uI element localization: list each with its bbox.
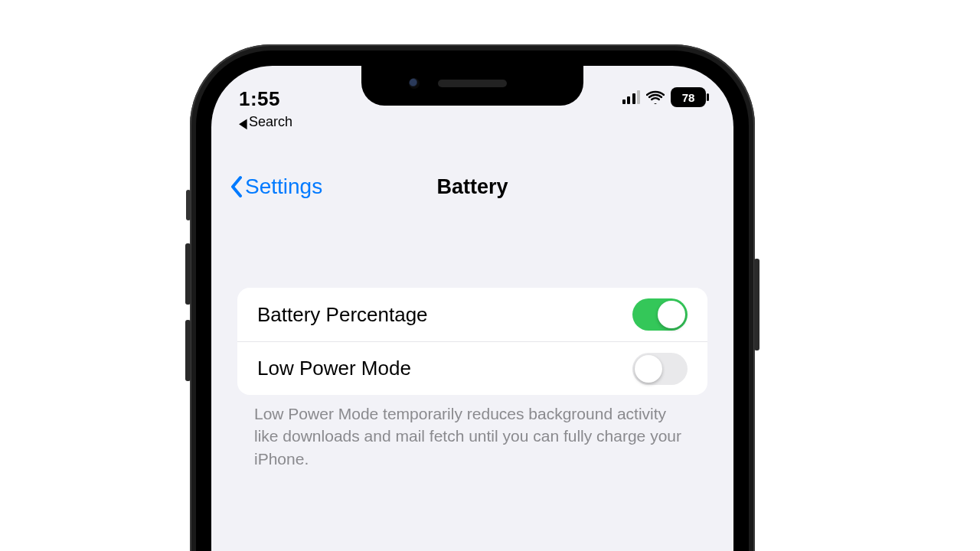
volume-up-button (185, 243, 191, 305)
back-to-app-button[interactable]: ◀ Search (239, 114, 361, 130)
row-low-power-mode: Low Power Mode (237, 341, 707, 395)
status-time: 1:55 (239, 87, 361, 111)
nav-back-button[interactable]: Settings (230, 174, 322, 199)
battery-percent-label: 78 (682, 91, 695, 104)
stage: 1:55 ◀ Search (0, 0, 980, 551)
toggle-knob (635, 355, 662, 383)
phone-bezel: 1:55 ◀ Search (196, 51, 749, 551)
status-bar: 1:55 ◀ Search (211, 66, 733, 126)
phone-frame: 1:55 ◀ Search (190, 44, 755, 551)
footer-description: Low Power Mode temporarily reduces backg… (254, 403, 691, 470)
settings-group: Battery Percentage Low Power Mode (237, 288, 707, 395)
wifi-icon (646, 90, 665, 104)
cellular-signal-icon (622, 90, 641, 104)
nav-bar: Settings Battery (211, 164, 733, 210)
nav-back-label: Settings (245, 174, 322, 199)
toggle-knob (658, 301, 685, 328)
page-title: Battery (436, 175, 508, 199)
battery-status-icon: 78 (671, 87, 706, 107)
phone-screen: 1:55 ◀ Search (211, 66, 733, 551)
row-battery-percentage: Battery Percentage (237, 288, 707, 341)
volume-down-button (185, 320, 191, 381)
back-to-app-label: Search (249, 114, 292, 130)
row-label-battery-percentage: Battery Percentage (257, 303, 428, 327)
back-triangle-icon: ◀ (239, 114, 247, 130)
toggle-low-power-mode[interactable] (632, 353, 688, 385)
silence-switch (186, 190, 191, 220)
row-label-low-power-mode: Low Power Mode (257, 357, 411, 380)
toggle-battery-percentage[interactable] (632, 298, 688, 331)
power-button (754, 259, 760, 350)
chevron-left-icon (230, 175, 243, 198)
